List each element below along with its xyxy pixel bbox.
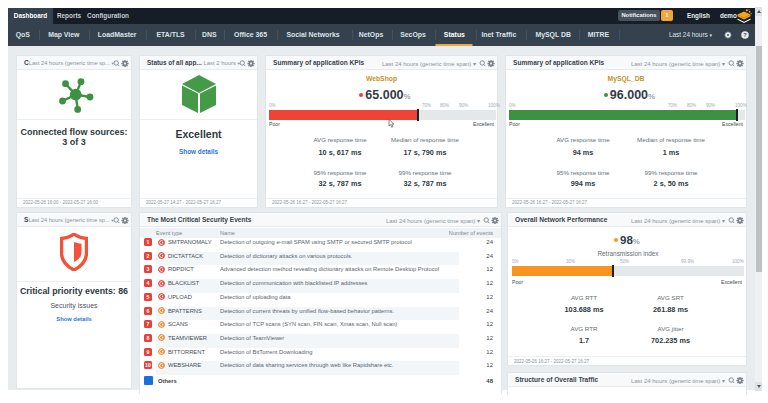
svg-text:?: ?: [743, 31, 747, 37]
